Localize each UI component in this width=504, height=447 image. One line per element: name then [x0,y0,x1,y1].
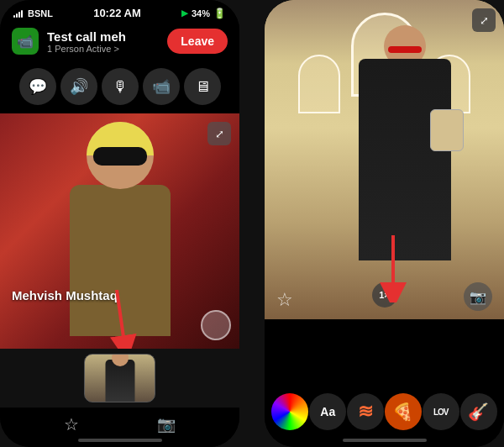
camera-icon-left[interactable]: 📷 [157,415,176,434]
self-view-circle[interactable] [201,310,231,340]
thumbnail-left [84,354,155,402]
app-container: BSNL 10:22 AM ▶ 34% 🔋 📹 Test call meh 1 … [0,0,504,447]
call-sub: 1 Person Active > [47,44,126,54]
battery-icon: 🔋 [213,8,226,19]
bag-right [430,109,464,151]
phone-right: ⤢ 1× ☆ 📷 Aa ≋ [265,0,504,447]
time-label: 10:22 AM [93,7,141,19]
call-name: Test call meh [47,29,126,44]
bar4 [21,10,23,18]
call-info: 📹 Test call meh 1 Person Active > [12,28,126,55]
call-text: Test call meh 1 Person Active > [47,29,126,54]
phone-left: BSNL 10:22 AM ▶ 34% 🔋 📹 Test call meh 1 … [0,0,239,447]
effect-love[interactable]: LOV [423,393,459,430]
leave-button[interactable]: Leave [167,29,228,54]
camera-icon-right[interactable]: 📷 [464,282,492,311]
home-indicator-left [78,439,162,442]
signal-bars [13,9,23,18]
call-header: 📹 Test call meh 1 Person Active > Leave [0,23,239,61]
camera-button[interactable]: 📹 [143,68,180,105]
mic-button[interactable]: 🎙 [102,68,139,105]
carrier-label: BSNL [28,8,53,18]
star-icon-left[interactable]: ☆ [64,414,79,434]
glasses-left [93,147,147,166]
head-left [87,122,154,189]
speaker-button[interactable]: 🔊 [60,68,97,105]
battery-label: 34% [192,8,210,18]
main-video-left: ⤢ Mehvish Mushtaq [0,113,239,349]
side-arch-left [298,55,340,113]
effect-multicolor[interactable] [271,393,308,430]
body-right [359,59,451,260]
bar3 [18,12,20,18]
facetime-icon: 📹 [12,28,39,55]
main-video-right: ⤢ 1× ☆ 📷 [265,0,504,319]
name-label-left: Mehvish Mushtaq [12,288,118,302]
wifi-icon: ▶ [181,8,188,18]
screen-button[interactable]: 🖥 [184,68,221,105]
red-arrow-right [372,235,414,302]
thumbnail-strip [0,349,239,408]
effects-bar: Aa ≋ 🍕 LOV 🎸 [265,385,504,447]
effect-text[interactable]: Aa [309,393,346,430]
effects-row: Aa ≋ 🍕 LOV 🎸 [271,393,497,430]
expand-left-icon[interactable]: ⤢ [207,122,231,145]
chat-button[interactable]: 💬 [19,68,56,105]
effect-food[interactable]: 🍕 [385,393,422,430]
status-bar-left: BSNL 10:22 AM ▶ 34% 🔋 [0,0,239,23]
body-left [70,185,171,336]
status-left: BSNL [13,8,53,18]
home-indicator-right [343,439,427,442]
effect-guitar[interactable]: 🎸 [460,393,497,430]
lips-right [388,46,422,53]
status-right: ▶ 34% 🔋 [181,8,226,19]
star-icon-right[interactable]: ☆ [276,289,293,311]
controls-bar: 💬 🔊 🎙 📹 🖥 [0,61,239,113]
effect-wave[interactable]: ≋ [347,393,384,430]
bar1 [13,15,15,18]
bar2 [16,13,18,18]
person-left [61,122,179,344]
expand-right-icon[interactable]: ⤢ [472,8,496,32]
